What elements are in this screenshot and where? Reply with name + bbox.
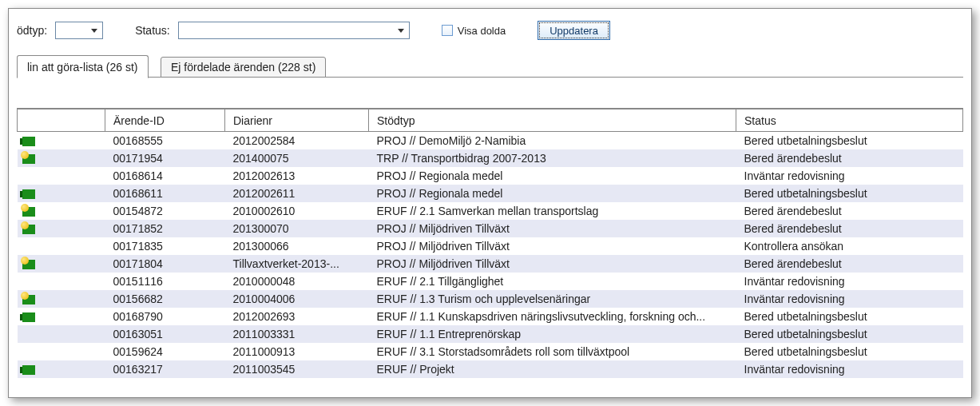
cell-id: 00171852	[105, 220, 225, 237]
cell-id: 00163051	[105, 325, 225, 343]
table-row[interactable]: 001630512011003331ERUF // 1.1 Entreprenö…	[18, 325, 963, 343]
cell-dnr: 2012002584	[225, 132, 369, 149]
status-combo[interactable]	[178, 22, 410, 39]
folder-alert-icon	[22, 225, 35, 234]
cell-type: PROJ // DemoMiljö 2-Namibia	[369, 132, 736, 149]
app-window: ödtyp: Status: Visa dolda Uppdatera lin …	[8, 8, 972, 398]
cell-status: Bered ärendebeslut	[736, 220, 963, 237]
cell-type: ERUF // 3.1 Storstadsområdets roll som t…	[369, 343, 736, 360]
row-icon-cell	[18, 325, 105, 343]
table-row[interactable]: 001566822010004006ERUF // 1.3 Turism och…	[18, 290, 963, 308]
show-hidden-checkbox[interactable]: Visa dolda	[442, 25, 506, 37]
cell-status: Bered utbetalningsbeslut	[736, 308, 963, 325]
tab-unassigned[interactable]: Ej fördelade ärenden (228 st)	[161, 57, 326, 78]
row-icon-cell	[18, 132, 105, 149]
cell-type: ERUF // 1.1 Kunskapsdriven näringslivsut…	[369, 308, 736, 325]
folder-green-icon	[22, 365, 35, 375]
scroll-cutoff	[9, 389, 971, 397]
table-row[interactable]: 001548722010002610ERUF // 2.1 Samverkan …	[18, 202, 963, 220]
cell-status: Bered ärendebeslut	[736, 202, 963, 220]
cell-status: Bered utbetalningsbeslut	[736, 343, 963, 360]
cell-status: Bered utbetalningsbeslut	[736, 325, 963, 343]
show-hidden-label: Visa dolda	[458, 25, 506, 37]
cell-id: 00171954	[105, 149, 225, 167]
cell-status: Inväntar redovisning	[736, 273, 963, 290]
cell-dnr: 201400075	[225, 149, 369, 167]
row-icon-cell	[18, 185, 105, 202]
col-header-id[interactable]: Ärende-ID	[105, 109, 225, 132]
status-label: Status:	[135, 24, 170, 37]
chevron-down-icon	[91, 29, 97, 33]
cell-type: ERUF // 1.3 Turism och upplevelsenäringa…	[369, 290, 736, 308]
table-row[interactable]: 001632172011003545ERUF // ProjektInvänta…	[18, 360, 963, 378]
folder-green-icon	[22, 137, 35, 146]
table-row[interactable]: 001685552012002584PROJ // DemoMiljö 2-Na…	[18, 132, 963, 149]
stodtyp-combo[interactable]	[55, 22, 103, 39]
row-icon-cell	[18, 273, 105, 290]
cell-type: ERUF // 2.1 Tillgänglighet	[369, 273, 736, 290]
stodtyp-label: ödtyp:	[17, 24, 47, 37]
row-icon-cell	[18, 290, 105, 308]
table-row[interactable]: 001511162010000048ERUF // 2.1 Tillgängli…	[18, 273, 963, 290]
table-row[interactable]: 001686142012002613PROJ // Regionala mede…	[18, 167, 963, 185]
update-button-label: Uppdatera	[550, 25, 598, 37]
folder-green-icon	[22, 189, 35, 199]
row-icon-cell	[18, 237, 105, 255]
col-header-status[interactable]: Status	[736, 109, 963, 132]
cell-status: Bered ärendebeslut	[736, 149, 963, 167]
row-icon-cell	[18, 220, 105, 237]
cell-dnr: 2012002613	[225, 167, 369, 185]
cell-id: 00168555	[105, 132, 225, 149]
cell-dnr: 2011003331	[225, 325, 369, 343]
tab-my-todo[interactable]: lin att göra-lista (26 st)	[17, 55, 149, 78]
cell-dnr: 2010002610	[225, 202, 369, 220]
cell-id: 00163217	[105, 360, 225, 378]
col-header-dnr[interactable]: Diarienr	[225, 109, 369, 132]
tab-label: Ej fördelade ärenden (228 st)	[171, 61, 315, 74]
cell-id: 00168611	[105, 185, 225, 202]
table-row[interactable]: 001596242011000913ERUF // 3.1 Storstadso…	[18, 343, 963, 360]
table-row[interactable]: 00171852201300070PROJ // Miljödriven Til…	[18, 220, 963, 237]
grid: Ärende-ID Diarienr Stödtyp Status 001685…	[17, 108, 963, 378]
cell-dnr: Tillvaxtverket-2013-...	[225, 255, 369, 273]
row-icon-cell	[18, 202, 105, 220]
cell-type: ERUF // 2.1 Samverkan mellan transportsl…	[369, 202, 736, 220]
cell-dnr: 2010000048	[225, 273, 369, 290]
update-button[interactable]: Uppdatera	[538, 21, 610, 40]
cell-dnr: 201300066	[225, 237, 369, 255]
cell-id: 00168614	[105, 167, 225, 185]
cell-status: Inväntar redovisning	[736, 167, 963, 185]
col-header-icon[interactable]	[18, 109, 105, 132]
cell-type: PROJ // Miljödriven Tillväxt	[369, 255, 736, 273]
cell-dnr: 2011000913	[225, 343, 369, 360]
row-icon-cell	[18, 149, 105, 167]
folder-alert-icon	[22, 154, 35, 164]
table-row[interactable]: 001687902012002693ERUF // 1.1 Kunskapsdr…	[18, 308, 963, 325]
col-header-type[interactable]: Stödtyp	[369, 109, 736, 132]
cell-type: ERUF // Projekt	[369, 360, 736, 378]
table-row[interactable]: 00171804Tillvaxtverket-2013-...PROJ // M…	[18, 255, 963, 273]
cell-id: 00154872	[105, 202, 225, 220]
cell-status: Inväntar redovisning	[736, 290, 963, 308]
table-row[interactable]: 00171835201300066PROJ // Miljödriven Til…	[18, 237, 963, 255]
cell-id: 00168790	[105, 308, 225, 325]
folder-alert-icon	[22, 260, 35, 269]
folder-alert-icon	[22, 207, 35, 217]
tabstrip: lin att göra-lista (26 st) Ej fördelade …	[17, 55, 963, 78]
cell-type: PROJ // Regionala medel	[369, 167, 736, 185]
cell-status: Bered ärendebeslut	[736, 255, 963, 273]
cell-dnr: 2011003545	[225, 360, 369, 378]
cell-id: 00171835	[105, 237, 225, 255]
table-row[interactable]: 00171954201400075TRP // Transportbidrag …	[18, 149, 963, 167]
cell-dnr: 2010004006	[225, 290, 369, 308]
folder-alert-icon	[22, 295, 35, 304]
cell-type: PROJ // Miljödriven Tillväxt	[369, 220, 736, 237]
checkbox-icon	[442, 25, 453, 36]
cell-status: Bered utbetalningsbeslut	[736, 185, 963, 202]
cell-type: ERUF // 1.1 Entreprenörskap	[369, 325, 736, 343]
table-row[interactable]: 001686112012002611PROJ // Regionala mede…	[18, 185, 963, 202]
cell-status: Kontrollera ansökan	[736, 237, 963, 255]
row-icon-cell	[18, 255, 105, 273]
cell-dnr: 201300070	[225, 220, 369, 237]
cell-type: TRP // Transportbidrag 2007-2013	[369, 149, 736, 167]
